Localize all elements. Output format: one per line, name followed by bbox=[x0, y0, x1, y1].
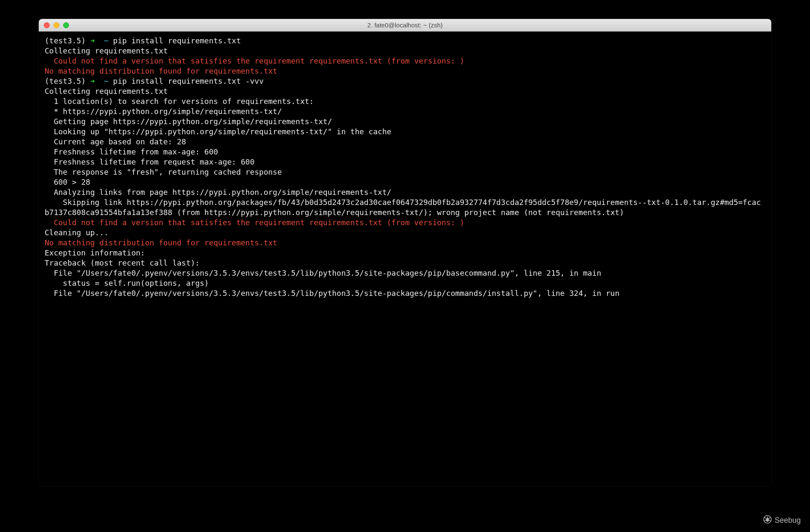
terminal-body[interactable]: (test3.5) ➜ ~ pip install requirements.t… bbox=[39, 32, 771, 486]
output-line: File "/Users/fate0/.pyenv/versions/3.5.3… bbox=[45, 268, 765, 278]
terminal-window: 2. fate0@localhost: ~ (zsh) (test3.5) ➜ … bbox=[39, 19, 771, 486]
output-line: Cleaning up... bbox=[45, 228, 765, 238]
output-line: Looking up "https://pypi.python.org/simp… bbox=[45, 127, 765, 137]
output-line: Collecting requirements.txt bbox=[45, 86, 765, 96]
zoom-button[interactable] bbox=[63, 22, 69, 28]
svg-line-6 bbox=[769, 520, 771, 521]
output-line: Current age based on date: 28 bbox=[45, 137, 765, 147]
seebug-icon bbox=[763, 515, 772, 526]
env-name: (test3.5) bbox=[45, 77, 86, 85]
prompt-line: (test3.5) ➜ ~ pip install requirements.t… bbox=[45, 36, 765, 46]
error-line: No matching distribution found for requi… bbox=[45, 66, 765, 76]
prompt-arrow: ➜ bbox=[90, 77, 95, 85]
prompt-line: (test3.5) ➜ ~ pip install requirements.t… bbox=[45, 76, 765, 86]
prompt-arrow: ➜ bbox=[90, 36, 95, 45]
watermark: Seebug bbox=[763, 515, 801, 526]
window-title: 2. fate0@localhost: ~ (zsh) bbox=[39, 21, 771, 29]
minimize-button[interactable] bbox=[53, 22, 59, 28]
output-line: Freshness lifetime from request max-age:… bbox=[45, 157, 765, 167]
command-text: pip install requirements.txt -vvv bbox=[113, 77, 264, 85]
output-line: * https://pypi.python.org/simple/require… bbox=[45, 106, 765, 117]
prompt-path: ~ bbox=[104, 36, 109, 45]
svg-line-3 bbox=[765, 517, 766, 519]
output-line: Freshness lifetime from max-age: 600 bbox=[45, 147, 765, 157]
svg-line-5 bbox=[765, 520, 766, 521]
output-line: 1 location(s) to search for versions of … bbox=[45, 96, 765, 106]
prompt-path: ~ bbox=[104, 77, 109, 85]
titlebar: 2. fate0@localhost: ~ (zsh) bbox=[39, 19, 771, 32]
output-line: Exception information: bbox=[45, 248, 765, 258]
command-text: pip install requirements.txt bbox=[113, 36, 241, 45]
output-line: The response is "fresh", returning cache… bbox=[45, 167, 765, 177]
output-line: Collecting requirements.txt bbox=[45, 46, 765, 56]
svg-line-4 bbox=[769, 517, 771, 519]
traffic-lights bbox=[44, 22, 69, 28]
output-line: Traceback (most recent call last): bbox=[45, 258, 765, 268]
close-button[interactable] bbox=[44, 22, 50, 28]
output-line: 600 > 28 bbox=[45, 177, 765, 187]
error-line: Could not find a version that satisfies … bbox=[45, 56, 765, 66]
env-name: (test3.5) bbox=[45, 36, 86, 45]
svg-point-1 bbox=[766, 518, 769, 521]
error-line: No matching distribution found for requi… bbox=[45, 238, 765, 248]
error-line: Could not find a version that satisfies … bbox=[45, 218, 765, 228]
output-line: Skipping link https://pypi.python.org/pa… bbox=[45, 197, 765, 218]
output-line: Analyzing links from page https://pypi.p… bbox=[45, 187, 765, 197]
output-line: Getting page https://pypi.python.org/sim… bbox=[45, 117, 765, 127]
output-line: status = self.run(options, args) bbox=[45, 278, 765, 288]
output-line: File "/Users/fate0/.pyenv/versions/3.5.3… bbox=[45, 288, 765, 298]
watermark-text: Seebug bbox=[775, 516, 801, 525]
